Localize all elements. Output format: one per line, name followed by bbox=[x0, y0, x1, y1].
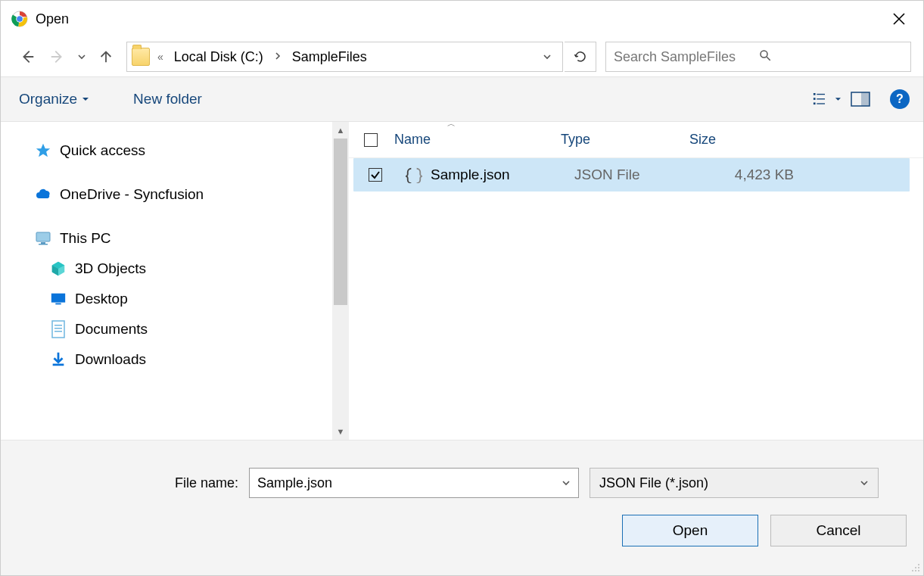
scroll-up-icon[interactable]: ▲ bbox=[332, 122, 349, 139]
preview-pane-button[interactable] bbox=[846, 85, 875, 114]
tree-desktop[interactable]: Desktop bbox=[1, 284, 349, 314]
up-button[interactable] bbox=[92, 42, 120, 71]
svg-rect-7 bbox=[817, 98, 825, 99]
column-type[interactable]: Type bbox=[561, 132, 689, 148]
chevron-down-icon[interactable] bbox=[860, 478, 869, 487]
file-list: ︿ Name Type Size Sample.json JSON File 4… bbox=[349, 122, 923, 440]
svg-rect-15 bbox=[51, 294, 65, 303]
open-button[interactable]: Open bbox=[622, 515, 758, 546]
breadcrumb-folder[interactable]: SampleFiles bbox=[289, 49, 370, 65]
svg-rect-9 bbox=[817, 103, 825, 104]
file-size: 4,423 KB bbox=[703, 167, 817, 183]
chevron-right-icon bbox=[269, 51, 286, 63]
file-name-input[interactable]: Sample.json bbox=[249, 468, 579, 498]
star-icon bbox=[34, 142, 52, 160]
tree-3d-objects[interactable]: 3D Objects bbox=[1, 254, 349, 284]
svg-point-26 bbox=[915, 570, 916, 571]
svg-rect-16 bbox=[55, 304, 61, 305]
svg-rect-17 bbox=[52, 321, 64, 338]
svg-rect-12 bbox=[36, 232, 50, 241]
row-checkbox[interactable] bbox=[369, 168, 399, 182]
view-options-button[interactable] bbox=[813, 85, 842, 114]
chevron-down-icon[interactable] bbox=[562, 478, 571, 487]
close-button[interactable] bbox=[881, 4, 917, 34]
title-bar: Open bbox=[1, 1, 923, 37]
svg-rect-14 bbox=[39, 244, 48, 245]
tree-quick-access[interactable]: Quick access bbox=[1, 135, 349, 166]
main-area: Quick access OneDrive - Syncfusion This … bbox=[1, 122, 923, 440]
svg-rect-18 bbox=[54, 325, 62, 326]
svg-point-27 bbox=[918, 570, 919, 571]
svg-point-3 bbox=[761, 51, 767, 58]
sort-caret-icon: ︿ bbox=[447, 118, 456, 129]
breadcrumb-drive[interactable]: Local Disk (C:) bbox=[171, 49, 266, 65]
column-headers: ︿ Name Type Size bbox=[349, 122, 923, 158]
tree-documents[interactable]: Documents bbox=[1, 314, 349, 344]
svg-rect-4 bbox=[814, 93, 816, 95]
nav-row: « Local Disk (C:) SampleFiles Search Sam… bbox=[1, 37, 923, 76]
search-placeholder: Search SampleFiles bbox=[614, 49, 758, 65]
resize-grip-icon[interactable] bbox=[910, 562, 920, 572]
column-name[interactable]: ︿ Name bbox=[394, 132, 561, 148]
toolbar: Organize New folder ? bbox=[1, 76, 923, 122]
forward-button[interactable] bbox=[43, 42, 72, 71]
nav-tree: Quick access OneDrive - Syncfusion This … bbox=[1, 122, 349, 440]
svg-rect-19 bbox=[54, 328, 62, 329]
chrome-icon bbox=[11, 11, 28, 27]
file-row[interactable]: Sample.json JSON File 4,423 KB bbox=[353, 158, 910, 191]
svg-point-24 bbox=[918, 567, 919, 568]
scroll-thumb[interactable] bbox=[334, 139, 347, 305]
document-icon bbox=[49, 320, 67, 338]
svg-rect-6 bbox=[814, 98, 816, 100]
svg-point-22 bbox=[918, 564, 919, 565]
svg-rect-13 bbox=[41, 242, 45, 244]
svg-point-2 bbox=[17, 16, 23, 22]
svg-point-23 bbox=[915, 567, 916, 568]
json-file-icon bbox=[405, 166, 423, 184]
folder-icon bbox=[132, 48, 150, 66]
tree-onedrive[interactable]: OneDrive - Syncfusion bbox=[1, 179, 349, 210]
window-title: Open bbox=[36, 11, 69, 27]
breadcrumb-root-marker: « bbox=[153, 51, 168, 63]
tree-this-pc[interactable]: This PC bbox=[1, 223, 349, 254]
new-folder-button[interactable]: New folder bbox=[129, 86, 207, 112]
cloud-icon bbox=[34, 185, 52, 204]
address-dropdown[interactable] bbox=[537, 51, 558, 64]
history-dropdown[interactable] bbox=[73, 42, 90, 71]
search-icon bbox=[758, 48, 903, 66]
search-input[interactable]: Search SampleFiles bbox=[605, 42, 911, 72]
cube-icon bbox=[49, 260, 67, 278]
svg-rect-20 bbox=[54, 331, 62, 332]
svg-point-25 bbox=[912, 570, 913, 571]
header-checkbox[interactable] bbox=[364, 133, 394, 147]
file-name-label: File name: bbox=[175, 475, 238, 491]
cancel-button[interactable]: Cancel bbox=[770, 515, 907, 546]
back-button[interactable] bbox=[13, 42, 42, 71]
refresh-button[interactable] bbox=[565, 42, 596, 72]
svg-rect-8 bbox=[814, 102, 816, 104]
scroll-down-icon[interactable]: ▼ bbox=[332, 423, 349, 440]
desktop-icon bbox=[49, 290, 67, 308]
tree-downloads[interactable]: Downloads bbox=[1, 344, 349, 375]
file-name: Sample.json bbox=[423, 167, 574, 183]
svg-rect-5 bbox=[817, 94, 825, 95]
breadcrumb-bar[interactable]: « Local Disk (C:) SampleFiles bbox=[126, 42, 563, 72]
footer: File name: Sample.json JSON File (*.json… bbox=[1, 440, 923, 575]
help-button[interactable]: ? bbox=[890, 89, 910, 109]
pc-icon bbox=[34, 229, 52, 248]
file-type-select[interactable]: JSON File (*.json) bbox=[590, 468, 879, 498]
column-size[interactable]: Size bbox=[689, 132, 803, 148]
svg-rect-21 bbox=[53, 364, 64, 366]
file-type: JSON File bbox=[574, 167, 703, 183]
tree-scrollbar[interactable]: ▲ ▼ bbox=[332, 122, 349, 440]
organize-menu[interactable]: Organize bbox=[14, 86, 94, 112]
svg-rect-11 bbox=[861, 92, 870, 106]
download-icon bbox=[49, 350, 67, 369]
